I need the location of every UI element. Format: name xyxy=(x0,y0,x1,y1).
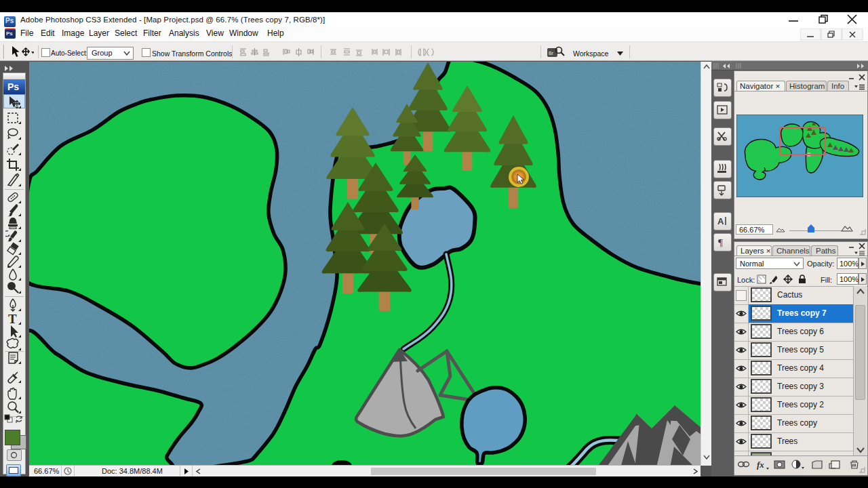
svg-text:A: A xyxy=(717,216,724,226)
svg-text:Br: Br xyxy=(549,51,554,56)
svg-text:fx: fx xyxy=(757,460,764,470)
svg-text:¶: ¶ xyxy=(718,237,723,248)
